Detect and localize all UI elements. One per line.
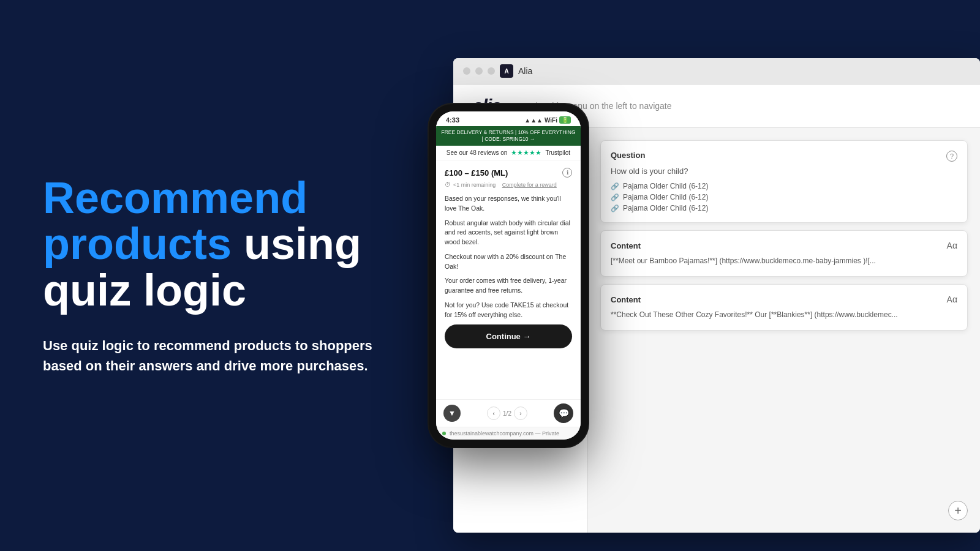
- phone-status-bar: 4:33 ▲▲▲ WiFi 🔋: [436, 111, 581, 126]
- question-card-header: Question ?: [611, 151, 957, 162]
- continue-button[interactable]: Continue →: [445, 324, 572, 348]
- right-section: A Alia alia Use the side menu on the lef…: [429, 0, 980, 551]
- content-text-2: **Check Out These Other Cozy Favorites!*…: [611, 309, 957, 320]
- browser-dot-3: [488, 67, 495, 75]
- promo-text: FREE DELIVERY & RETURNS | 10% OFF EVERYT…: [441, 129, 575, 142]
- page-indicator: 1/2: [503, 410, 511, 417]
- link-icon-1: 🔗: [611, 182, 619, 190]
- product-desc-3: Checkout now with a 20% discount on The …: [445, 252, 572, 272]
- trustpilot-brand: Trustpilot: [545, 149, 570, 156]
- browser-dot-2: [475, 67, 483, 75]
- question-link-2[interactable]: 🔗 Pajama Older Child (6-12): [611, 193, 957, 201]
- phone-nav-dots: ‹ 1/2 ›: [487, 407, 527, 420]
- wifi-icon: WiFi: [545, 117, 557, 124]
- phone-url-bar: thesustainablewatchcompany.com — Private: [436, 427, 581, 440]
- question-link-3[interactable]: 🔗 Pajama Older Child (6-12): [611, 204, 957, 212]
- reward-link[interactable]: Complete for a reward: [502, 182, 557, 188]
- browser-bar: A Alia: [453, 58, 980, 84]
- product-desc-5: Not for you? Use code TAKE15 at checkout…: [445, 301, 572, 320]
- question-links: 🔗 Pajama Older Child (6-12) 🔗 Pajama Old…: [611, 182, 957, 212]
- complete-reward: [498, 182, 500, 188]
- question-card: Question ? How old is your child? 🔗 Paja…: [600, 140, 968, 223]
- product-desc-2: Robust angular watch body with circular …: [445, 219, 572, 247]
- product-desc-1: Based on your responses, we think you'll…: [445, 194, 572, 214]
- trustpilot-stars: ★★★★★: [511, 149, 541, 157]
- phone-bottom-bar: ▼ ‹ 1/2 › 💬: [436, 399, 581, 427]
- content-card-2: Content Aα **Check Out These Other Cozy …: [600, 284, 968, 331]
- time-remaining: <1 min remaining: [453, 182, 496, 188]
- question-text: How old is your child?: [611, 167, 957, 176]
- browser-dot-1: [463, 67, 470, 75]
- secure-dot: [442, 432, 446, 435]
- content-card-1-header: Content Aα: [611, 241, 957, 250]
- content-label-2: Content: [611, 295, 641, 304]
- link-icon-3: 🔗: [611, 204, 619, 212]
- phone-screen: 4:33 ▲▲▲ WiFi 🔋 FREE DELIVERY & RETURNS …: [436, 111, 581, 440]
- phone-mockup: 4:33 ▲▲▲ WiFi 🔋 FREE DELIVERY & RETURNS …: [429, 104, 588, 447]
- content-card-2-header: Content Aα: [611, 294, 957, 304]
- time-bar: ⏱ <1 min remaining Complete for a reward: [445, 181, 572, 188]
- question-link-1[interactable]: 🔗 Pajama Older Child (6-12): [611, 182, 957, 190]
- phone-url: thesustainablewatchcompany.com — Private: [450, 430, 559, 437]
- product-header: £100 – £150 (ML) ℹ: [445, 168, 572, 178]
- main-content: Question ? How old is your child? 🔗 Paja…: [588, 128, 980, 533]
- product-price: £100 – £150 (ML): [445, 168, 508, 178]
- left-section: Recommend products using quiz logic Use …: [0, 138, 429, 413]
- trustpilot-bar: See our 48 reviews on ★★★★★ Trustpilot: [436, 146, 581, 160]
- next-arrow[interactable]: ›: [514, 407, 527, 420]
- headline-quiz: quiz logic: [43, 266, 246, 315]
- product-info-icon[interactable]: ℹ: [562, 168, 572, 178]
- product-desc-4: Your order comes with free delivery, 1-y…: [445, 276, 572, 296]
- promo-bar: FREE DELIVERY & RETURNS | 10% OFF EVERYT…: [436, 126, 581, 146]
- browser-title: Alia: [518, 66, 532, 76]
- add-button[interactable]: +: [948, 501, 968, 520]
- headline-blue: Recommend: [43, 173, 307, 222]
- status-icons: ▲▲▲ WiFi 🔋: [524, 116, 571, 124]
- clock-icon: ⏱: [445, 181, 451, 188]
- content-text-1: [**Meet our Bamboo Pajamas!**] (https://…: [611, 255, 957, 266]
- question-label: Question: [611, 151, 645, 160]
- headline-using: using: [232, 219, 361, 268]
- content-card-1: Content Aα [**Meet our Bamboo Pajamas!**…: [600, 230, 968, 277]
- content-label-1: Content: [611, 241, 641, 250]
- phone-container: 4:33 ▲▲▲ WiFi 🔋 FREE DELIVERY & RETURNS …: [429, 104, 588, 447]
- format-icon-1[interactable]: Aα: [947, 241, 957, 250]
- trustpilot-text: See our 48 reviews on: [447, 149, 508, 156]
- subtext: Use quiz logic to recommend products to …: [43, 335, 386, 376]
- prev-arrow[interactable]: ‹: [487, 407, 500, 420]
- phone-content: £100 – £150 (ML) ℹ ⏱ <1 min remaining Co…: [436, 160, 581, 399]
- link-text-1: Pajama Older Child (6-12): [623, 182, 708, 190]
- link-text-3: Pajama Older Child (6-12): [623, 204, 708, 212]
- question-help-icon[interactable]: ?: [946, 151, 957, 162]
- format-icon-2[interactable]: Aα: [947, 294, 957, 304]
- headline-products: products: [43, 219, 232, 268]
- link-icon-2: 🔗: [611, 193, 619, 201]
- down-arrow-button[interactable]: ▼: [443, 405, 461, 422]
- headline: Recommend products using quiz logic: [43, 175, 386, 314]
- battery-icon: 🔋: [559, 116, 571, 124]
- chat-button[interactable]: 💬: [554, 403, 573, 423]
- phone-time: 4:33: [446, 116, 459, 124]
- browser-favicon: A: [500, 64, 513, 78]
- signal-icon: ▲▲▲: [524, 117, 543, 124]
- link-text-2: Pajama Older Child (6-12): [623, 193, 708, 201]
